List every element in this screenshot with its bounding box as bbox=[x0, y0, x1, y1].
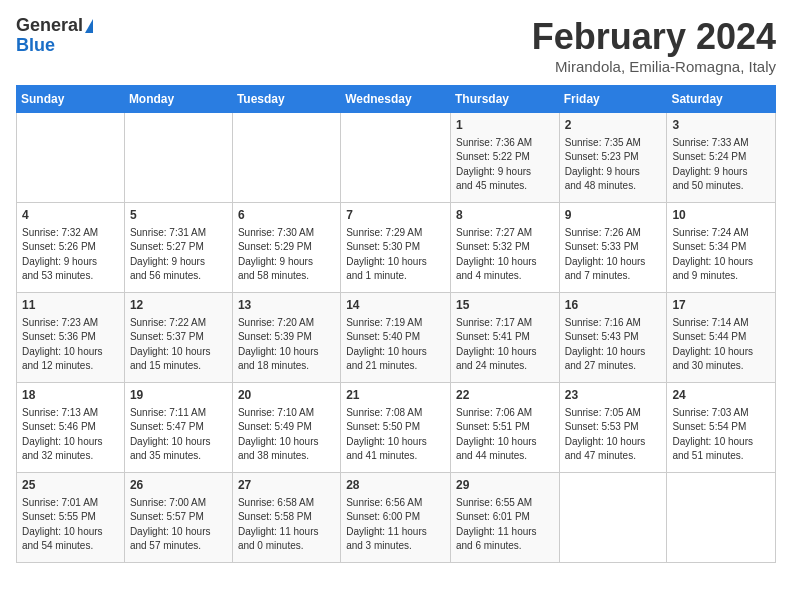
day-number: 23 bbox=[565, 387, 662, 404]
day-number: 29 bbox=[456, 477, 554, 494]
calendar-cell: 12Sunrise: 7:22 AM Sunset: 5:37 PM Dayli… bbox=[124, 293, 232, 383]
day-detail: Sunrise: 7:11 AM Sunset: 5:47 PM Dayligh… bbox=[130, 406, 227, 464]
calendar-body: 1Sunrise: 7:36 AM Sunset: 5:22 PM Daylig… bbox=[17, 113, 776, 563]
calendar-table: SundayMondayTuesdayWednesdayThursdayFrid… bbox=[16, 85, 776, 563]
day-number: 2 bbox=[565, 117, 662, 134]
day-number: 24 bbox=[672, 387, 770, 404]
day-number: 6 bbox=[238, 207, 335, 224]
title-section: February 2024 Mirandola, Emilia-Romagna,… bbox=[532, 16, 776, 75]
day-detail: Sunrise: 7:29 AM Sunset: 5:30 PM Dayligh… bbox=[346, 226, 445, 284]
calendar-cell: 18Sunrise: 7:13 AM Sunset: 5:46 PM Dayli… bbox=[17, 383, 125, 473]
day-number: 18 bbox=[22, 387, 119, 404]
day-number: 12 bbox=[130, 297, 227, 314]
calendar-cell: 27Sunrise: 6:58 AM Sunset: 5:58 PM Dayli… bbox=[232, 473, 340, 563]
week-row-0: 1Sunrise: 7:36 AM Sunset: 5:22 PM Daylig… bbox=[17, 113, 776, 203]
day-detail: Sunrise: 7:32 AM Sunset: 5:26 PM Dayligh… bbox=[22, 226, 119, 284]
day-detail: Sunrise: 6:56 AM Sunset: 6:00 PM Dayligh… bbox=[346, 496, 445, 554]
day-number: 25 bbox=[22, 477, 119, 494]
day-number: 26 bbox=[130, 477, 227, 494]
calendar-cell: 29Sunrise: 6:55 AM Sunset: 6:01 PM Dayli… bbox=[450, 473, 559, 563]
day-detail: Sunrise: 7:05 AM Sunset: 5:53 PM Dayligh… bbox=[565, 406, 662, 464]
calendar-cell: 28Sunrise: 6:56 AM Sunset: 6:00 PM Dayli… bbox=[341, 473, 451, 563]
day-number: 13 bbox=[238, 297, 335, 314]
day-number: 8 bbox=[456, 207, 554, 224]
calendar-cell: 20Sunrise: 7:10 AM Sunset: 5:49 PM Dayli… bbox=[232, 383, 340, 473]
calendar-cell bbox=[17, 113, 125, 203]
day-number: 9 bbox=[565, 207, 662, 224]
day-detail: Sunrise: 6:55 AM Sunset: 6:01 PM Dayligh… bbox=[456, 496, 554, 554]
day-detail: Sunrise: 7:27 AM Sunset: 5:32 PM Dayligh… bbox=[456, 226, 554, 284]
header-day-saturday: Saturday bbox=[667, 86, 776, 113]
header-day-friday: Friday bbox=[559, 86, 667, 113]
day-number: 19 bbox=[130, 387, 227, 404]
calendar-header: SundayMondayTuesdayWednesdayThursdayFrid… bbox=[17, 86, 776, 113]
page-header: General Blue February 2024 Mirandola, Em… bbox=[16, 16, 776, 75]
day-detail: Sunrise: 7:16 AM Sunset: 5:43 PM Dayligh… bbox=[565, 316, 662, 374]
logo: General Blue bbox=[16, 16, 93, 56]
day-number: 7 bbox=[346, 207, 445, 224]
week-row-1: 4Sunrise: 7:32 AM Sunset: 5:26 PM Daylig… bbox=[17, 203, 776, 293]
header-day-sunday: Sunday bbox=[17, 86, 125, 113]
calendar-cell: 2Sunrise: 7:35 AM Sunset: 5:23 PM Daylig… bbox=[559, 113, 667, 203]
calendar-cell: 9Sunrise: 7:26 AM Sunset: 5:33 PM Daylig… bbox=[559, 203, 667, 293]
day-number: 14 bbox=[346, 297, 445, 314]
calendar-cell: 1Sunrise: 7:36 AM Sunset: 5:22 PM Daylig… bbox=[450, 113, 559, 203]
calendar-cell: 25Sunrise: 7:01 AM Sunset: 5:55 PM Dayli… bbox=[17, 473, 125, 563]
calendar-cell: 10Sunrise: 7:24 AM Sunset: 5:34 PM Dayli… bbox=[667, 203, 776, 293]
day-detail: Sunrise: 6:58 AM Sunset: 5:58 PM Dayligh… bbox=[238, 496, 335, 554]
logo-blue: Blue bbox=[16, 35, 55, 55]
day-number: 4 bbox=[22, 207, 119, 224]
day-detail: Sunrise: 7:19 AM Sunset: 5:40 PM Dayligh… bbox=[346, 316, 445, 374]
calendar-cell bbox=[559, 473, 667, 563]
day-number: 21 bbox=[346, 387, 445, 404]
day-detail: Sunrise: 7:08 AM Sunset: 5:50 PM Dayligh… bbox=[346, 406, 445, 464]
day-detail: Sunrise: 7:36 AM Sunset: 5:22 PM Dayligh… bbox=[456, 136, 554, 194]
day-number: 5 bbox=[130, 207, 227, 224]
week-row-4: 25Sunrise: 7:01 AM Sunset: 5:55 PM Dayli… bbox=[17, 473, 776, 563]
week-row-2: 11Sunrise: 7:23 AM Sunset: 5:36 PM Dayli… bbox=[17, 293, 776, 383]
logo-general: General bbox=[16, 16, 83, 36]
calendar-cell: 21Sunrise: 7:08 AM Sunset: 5:50 PM Dayli… bbox=[341, 383, 451, 473]
calendar-cell bbox=[341, 113, 451, 203]
calendar-cell: 15Sunrise: 7:17 AM Sunset: 5:41 PM Dayli… bbox=[450, 293, 559, 383]
calendar-cell bbox=[124, 113, 232, 203]
day-number: 27 bbox=[238, 477, 335, 494]
calendar-cell: 19Sunrise: 7:11 AM Sunset: 5:47 PM Dayli… bbox=[124, 383, 232, 473]
day-number: 28 bbox=[346, 477, 445, 494]
header-day-wednesday: Wednesday bbox=[341, 86, 451, 113]
day-detail: Sunrise: 7:10 AM Sunset: 5:49 PM Dayligh… bbox=[238, 406, 335, 464]
calendar-cell: 22Sunrise: 7:06 AM Sunset: 5:51 PM Dayli… bbox=[450, 383, 559, 473]
week-row-3: 18Sunrise: 7:13 AM Sunset: 5:46 PM Dayli… bbox=[17, 383, 776, 473]
day-detail: Sunrise: 7:06 AM Sunset: 5:51 PM Dayligh… bbox=[456, 406, 554, 464]
calendar-cell: 16Sunrise: 7:16 AM Sunset: 5:43 PM Dayli… bbox=[559, 293, 667, 383]
calendar-cell: 26Sunrise: 7:00 AM Sunset: 5:57 PM Dayli… bbox=[124, 473, 232, 563]
day-number: 17 bbox=[672, 297, 770, 314]
day-number: 1 bbox=[456, 117, 554, 134]
day-detail: Sunrise: 7:03 AM Sunset: 5:54 PM Dayligh… bbox=[672, 406, 770, 464]
day-detail: Sunrise: 7:00 AM Sunset: 5:57 PM Dayligh… bbox=[130, 496, 227, 554]
calendar-cell: 5Sunrise: 7:31 AM Sunset: 5:27 PM Daylig… bbox=[124, 203, 232, 293]
day-detail: Sunrise: 7:20 AM Sunset: 5:39 PM Dayligh… bbox=[238, 316, 335, 374]
logo-triangle-icon bbox=[85, 19, 93, 33]
day-detail: Sunrise: 7:13 AM Sunset: 5:46 PM Dayligh… bbox=[22, 406, 119, 464]
day-detail: Sunrise: 7:35 AM Sunset: 5:23 PM Dayligh… bbox=[565, 136, 662, 194]
calendar-cell: 7Sunrise: 7:29 AM Sunset: 5:30 PM Daylig… bbox=[341, 203, 451, 293]
day-detail: Sunrise: 7:17 AM Sunset: 5:41 PM Dayligh… bbox=[456, 316, 554, 374]
day-detail: Sunrise: 7:26 AM Sunset: 5:33 PM Dayligh… bbox=[565, 226, 662, 284]
header-row: SundayMondayTuesdayWednesdayThursdayFrid… bbox=[17, 86, 776, 113]
day-number: 10 bbox=[672, 207, 770, 224]
day-number: 11 bbox=[22, 297, 119, 314]
day-detail: Sunrise: 7:14 AM Sunset: 5:44 PM Dayligh… bbox=[672, 316, 770, 374]
calendar-cell: 4Sunrise: 7:32 AM Sunset: 5:26 PM Daylig… bbox=[17, 203, 125, 293]
day-detail: Sunrise: 7:30 AM Sunset: 5:29 PM Dayligh… bbox=[238, 226, 335, 284]
calendar-cell: 24Sunrise: 7:03 AM Sunset: 5:54 PM Dayli… bbox=[667, 383, 776, 473]
calendar-cell: 11Sunrise: 7:23 AM Sunset: 5:36 PM Dayli… bbox=[17, 293, 125, 383]
day-number: 20 bbox=[238, 387, 335, 404]
header-day-tuesday: Tuesday bbox=[232, 86, 340, 113]
calendar-title: February 2024 bbox=[532, 16, 776, 58]
day-detail: Sunrise: 7:22 AM Sunset: 5:37 PM Dayligh… bbox=[130, 316, 227, 374]
day-number: 3 bbox=[672, 117, 770, 134]
calendar-cell: 14Sunrise: 7:19 AM Sunset: 5:40 PM Dayli… bbox=[341, 293, 451, 383]
calendar-cell: 3Sunrise: 7:33 AM Sunset: 5:24 PM Daylig… bbox=[667, 113, 776, 203]
header-day-monday: Monday bbox=[124, 86, 232, 113]
